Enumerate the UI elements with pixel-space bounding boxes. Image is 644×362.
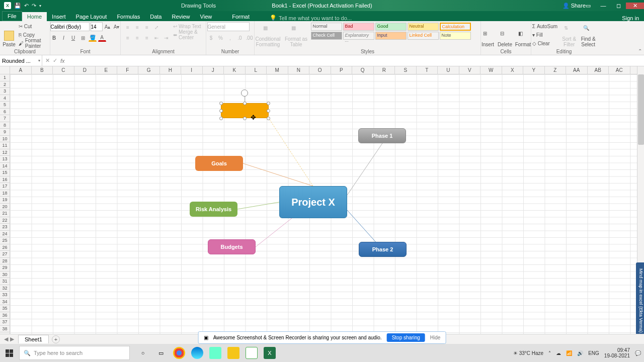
font-color-button[interactable]: A xyxy=(98,34,106,42)
inc-decimal-icon[interactable]: .0 xyxy=(236,34,244,42)
weather-widget[interactable]: ☀ 33°C Haze xyxy=(513,350,543,356)
align-center-icon[interactable]: ≡ xyxy=(133,34,141,42)
row-header[interactable]: 37 xyxy=(0,319,10,326)
col-header[interactable]: AB xyxy=(588,66,609,74)
row-header[interactable]: 28 xyxy=(0,258,10,265)
row-header[interactable]: 22 xyxy=(0,217,10,224)
redo-icon[interactable]: ↷ xyxy=(32,3,36,9)
app-icon-1[interactable] xyxy=(209,347,221,359)
select-all-corner[interactable] xyxy=(0,66,10,74)
font-name-input[interactable] xyxy=(50,22,90,31)
collapse-ribbon-icon[interactable]: ⌃ xyxy=(638,48,642,54)
sign-in-link[interactable]: Sign in xyxy=(622,15,644,21)
namebox-dropdown-icon[interactable]: ▾ xyxy=(38,58,40,63)
tab-home[interactable]: Home xyxy=(22,12,47,21)
col-header[interactable]: P xyxy=(331,66,353,74)
comma-icon[interactable]: , xyxy=(226,34,234,42)
row-header[interactable]: 12 xyxy=(0,149,10,156)
col-header[interactable]: U xyxy=(438,66,459,74)
format-cells-button[interactable]: ◧Format xyxy=(515,22,532,47)
paste-button[interactable]: Paste xyxy=(3,22,16,47)
tab-review[interactable]: Review xyxy=(167,12,195,21)
cut-button[interactable]: ✂ Cut xyxy=(18,22,47,30)
autosum-button[interactable]: Σ AutoSum xyxy=(531,22,558,30)
qat-dropdown-icon[interactable]: ▾ xyxy=(39,4,41,8)
align-top-icon[interactable]: ≡ xyxy=(124,23,132,31)
row-header[interactable]: 26 xyxy=(0,244,10,251)
font-size-input[interactable] xyxy=(91,22,103,31)
style-input[interactable]: Input xyxy=(375,32,407,40)
currency-icon[interactable]: $ xyxy=(207,34,215,42)
cancel-formula-icon[interactable]: ✕ xyxy=(45,57,50,64)
row-header[interactable]: 3 xyxy=(0,88,10,95)
shape-goals[interactable]: Goals xyxy=(195,156,243,171)
chrome-icon[interactable] xyxy=(173,347,185,359)
enter-formula-icon[interactable]: ✓ xyxy=(53,57,57,64)
row-header[interactable]: 30 xyxy=(0,272,10,279)
col-header[interactable]: Q xyxy=(352,66,374,74)
col-header[interactable]: X xyxy=(502,66,524,74)
row-header[interactable]: 17 xyxy=(0,183,10,190)
indent-dec-icon[interactable]: ⇤ xyxy=(152,34,160,42)
taskbar-search[interactable]: 🔍Type here to search xyxy=(19,346,130,360)
name-box[interactable]: Rounded ...▾ xyxy=(0,55,42,66)
format-painter-button[interactable]: 🖌 Format Painter xyxy=(18,39,47,47)
style-check-cell[interactable]: Check Cell xyxy=(311,32,342,40)
border-button[interactable]: ⊞ xyxy=(79,34,87,42)
style-good[interactable]: Good xyxy=(375,23,407,31)
share-button[interactable]: 👤 Share xyxy=(562,3,586,9)
edge-icon[interactable] xyxy=(191,347,203,359)
insert-cells-button[interactable]: ⊞Insert xyxy=(480,22,496,47)
col-header[interactable]: AA xyxy=(566,66,588,74)
row-header[interactable]: 18 xyxy=(0,190,10,197)
style-neutral[interactable]: Neutral xyxy=(408,23,439,31)
decrease-font-icon[interactable]: A▾ xyxy=(113,23,121,31)
onedrive-icon[interactable]: ☁ xyxy=(556,350,561,356)
language-indicator[interactable]: ENG xyxy=(588,350,599,356)
row-header[interactable]: 35 xyxy=(0,305,10,312)
tab-page-layout[interactable]: Page Layout xyxy=(71,12,112,21)
style-calculation[interactable]: Calculation xyxy=(440,23,471,31)
fx-icon[interactable]: fx xyxy=(60,58,67,64)
fill-button[interactable]: ▾ Fill xyxy=(531,31,558,39)
col-header[interactable]: Y xyxy=(523,66,545,74)
row-header[interactable]: 6 xyxy=(0,109,10,116)
app-icon-2[interactable] xyxy=(227,347,239,359)
wifi-icon[interactable]: 📶 xyxy=(566,350,572,356)
row-header[interactable]: 4 xyxy=(0,95,10,102)
col-header[interactable]: N xyxy=(288,66,310,74)
side-panel-tab[interactable]: Mind map in excel (Ekta Verma) Aug xyxy=(636,262,644,334)
increase-font-icon[interactable]: A▴ xyxy=(104,23,112,31)
notifications-icon[interactable]: 💬 xyxy=(635,350,641,356)
number-format-select[interactable] xyxy=(207,22,250,31)
find-select-button[interactable]: 🔍Find & Select xyxy=(580,22,597,47)
col-header[interactable]: E xyxy=(96,66,117,74)
col-header[interactable]: Z xyxy=(545,66,567,74)
undo-icon[interactable]: ↶ xyxy=(24,3,29,9)
row-header[interactable]: 7 xyxy=(0,115,10,122)
cortana-icon[interactable]: ○ xyxy=(137,347,149,359)
stop-sharing-button[interactable]: Stop sharing xyxy=(387,333,425,342)
tab-file[interactable]: File xyxy=(2,11,22,21)
row-header[interactable]: 1 xyxy=(0,74,10,81)
excel-taskbar-icon[interactable]: X xyxy=(264,347,276,359)
row-header[interactable]: 36 xyxy=(0,312,10,319)
row-header[interactable]: 23 xyxy=(0,224,10,231)
col-header[interactable]: R xyxy=(374,66,395,74)
row-header[interactable]: 33 xyxy=(0,292,10,299)
style-bad[interactable]: Bad xyxy=(343,23,374,31)
dec-decimal-icon[interactable]: .00 xyxy=(246,34,254,42)
orientation-icon[interactable]: ⤢ xyxy=(152,23,160,31)
close-button[interactable]: ✕ xyxy=(626,3,644,9)
shape-budgets[interactable]: Budgets xyxy=(208,239,256,254)
tab-insert[interactable]: Insert xyxy=(47,12,71,21)
col-header[interactable]: A xyxy=(10,66,32,74)
tray-chevron-icon[interactable]: ˄ xyxy=(548,350,551,356)
row-headers[interactable]: 1234567891011121314151617181920212223242… xyxy=(0,74,10,334)
style-normal[interactable]: Normal xyxy=(311,23,342,31)
sort-filter-button[interactable]: ⇅Sort & Filter xyxy=(560,22,578,47)
row-header[interactable]: 11 xyxy=(0,142,10,149)
tell-me-search[interactable]: 💡 Tell me what you want to do... xyxy=(270,15,352,21)
worksheet-grid[interactable]: ABCDEFGHIJKLMNOPQRSTUVWXYZAAABAC 1234567… xyxy=(0,66,644,334)
row-header[interactable]: 19 xyxy=(0,197,10,204)
